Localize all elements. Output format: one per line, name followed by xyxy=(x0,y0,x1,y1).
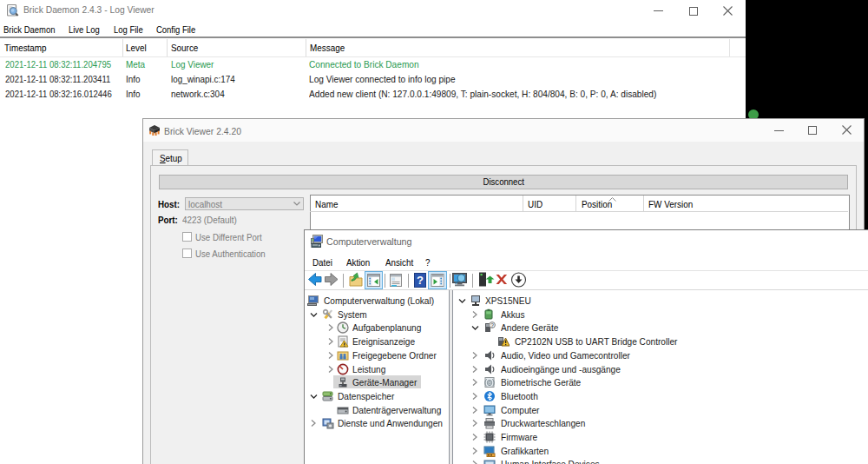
svg-text:?: ? xyxy=(417,274,424,287)
svg-text:?: ? xyxy=(490,322,494,328)
